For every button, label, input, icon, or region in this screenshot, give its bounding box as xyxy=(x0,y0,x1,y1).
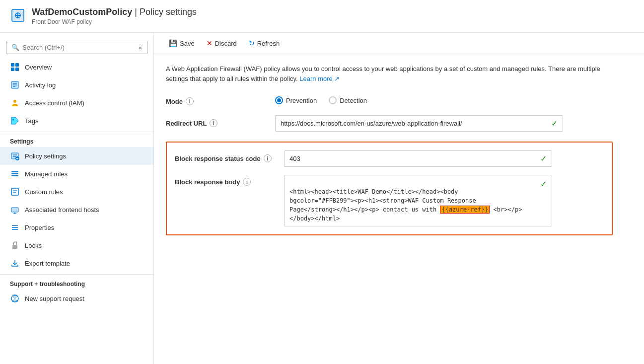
header-separator: | xyxy=(132,7,140,17)
save-icon: 💾 xyxy=(169,39,177,47)
iam-label: Access control (IAM) xyxy=(25,99,84,107)
custom-rules-label: Custom rules xyxy=(25,188,63,196)
locks-label: Locks xyxy=(25,242,42,249)
sidebar-item-locks[interactable]: Locks xyxy=(0,236,153,254)
activity-log-icon xyxy=(10,80,20,90)
discard-label: Discard xyxy=(215,40,237,47)
support-label: New support request xyxy=(25,295,84,302)
svg-rect-22 xyxy=(11,208,18,212)
managed-rules-icon xyxy=(10,169,20,179)
support-section-header: Support + troubleshooting xyxy=(0,274,153,290)
prevention-radio-circle xyxy=(275,96,283,104)
save-button[interactable]: 💾 Save xyxy=(164,37,200,50)
refresh-label: Refresh xyxy=(257,40,280,47)
svg-rect-2 xyxy=(11,63,14,67)
settings-section-header: Settings xyxy=(0,132,153,147)
detection-radio[interactable]: Detection xyxy=(329,96,367,104)
redirect-url-check-icon: ✓ xyxy=(551,119,558,128)
save-label: Save xyxy=(180,40,195,47)
properties-label: Properties xyxy=(25,224,54,231)
associated-frontend-label: Associated frontend hosts xyxy=(25,206,99,214)
detection-radio-circle xyxy=(329,96,337,104)
mode-label: Mode xyxy=(166,98,183,105)
refresh-button[interactable]: ↻ Refresh xyxy=(244,37,285,50)
sidebar-item-managed-rules[interactable]: Managed rules xyxy=(0,165,153,183)
associated-frontend-icon xyxy=(10,205,20,215)
learn-more-link[interactable]: Learn more ↗ xyxy=(299,75,340,82)
prevention-label: Prevention xyxy=(286,97,317,104)
sidebar-item-iam[interactable]: Access control (IAM) xyxy=(0,94,153,112)
svg-rect-3 xyxy=(15,63,19,67)
header-page-name: Policy settings xyxy=(140,7,197,17)
collapse-icon[interactable]: « xyxy=(139,44,142,51)
svg-rect-18 xyxy=(11,175,18,176)
detection-label: Detection xyxy=(340,97,367,104)
svg-rect-19 xyxy=(11,188,18,195)
svg-rect-4 xyxy=(11,68,14,71)
block-body-display: <html><head><title>WAF Demo</title></hea… xyxy=(289,178,536,223)
description-text: A Web Application Firewall (WAF) policy … xyxy=(166,64,613,83)
sidebar-item-associated-frontend[interactable]: Associated frontend hosts xyxy=(0,201,153,218)
custom-rules-icon xyxy=(10,187,20,197)
properties-icon xyxy=(10,222,20,232)
block-status-check-icon: ✓ xyxy=(540,154,547,163)
block-body-info-icon[interactable]: i xyxy=(243,178,251,186)
support-icon xyxy=(10,293,20,303)
refresh-icon: ↻ xyxy=(249,39,255,47)
search-icon: 🔍 xyxy=(11,44,19,51)
managed-rules-label: Managed rules xyxy=(25,170,68,178)
sidebar-item-export[interactable]: Export template xyxy=(0,254,153,272)
block-body-check-icon: ✓ xyxy=(540,178,547,189)
sidebar-item-policy-settings[interactable]: Policy settings xyxy=(0,147,153,165)
policy-settings-icon xyxy=(10,151,20,161)
sidebar-item-support[interactable]: New support request xyxy=(0,290,153,307)
export-icon xyxy=(10,258,20,268)
export-label: Export template xyxy=(25,260,70,267)
svg-point-10 xyxy=(13,100,16,103)
tags-label: Tags xyxy=(25,117,38,125)
header-resource-name: WafDemoCustomPolicy xyxy=(32,7,132,17)
block-status-input[interactable] xyxy=(289,155,540,162)
mode-info-icon[interactable]: i xyxy=(186,97,194,105)
search-input[interactable] xyxy=(22,44,112,51)
block-status-info-icon[interactable]: i xyxy=(264,154,272,162)
svg-point-11 xyxy=(12,119,14,121)
svg-rect-16 xyxy=(11,171,18,172)
header-icon xyxy=(10,7,26,25)
locks-icon xyxy=(10,240,20,250)
sidebar-item-tags[interactable]: Tags xyxy=(0,112,153,130)
redirect-url-info-icon[interactable]: i xyxy=(210,119,217,127)
prevention-radio[interactable]: Prevention xyxy=(275,96,317,104)
svg-rect-17 xyxy=(11,173,18,174)
sidebar-item-properties[interactable]: Properties xyxy=(0,218,153,236)
tags-icon xyxy=(10,116,20,126)
sidebar-item-custom-rules[interactable]: Custom rules xyxy=(0,183,153,201)
svg-rect-5 xyxy=(15,68,19,71)
iam-icon xyxy=(10,98,20,108)
block-status-label: Block response status code xyxy=(175,155,261,162)
svg-point-31 xyxy=(14,296,16,298)
discard-icon: ✕ xyxy=(207,39,213,47)
sidebar-item-activity-log[interactable]: Activity log xyxy=(0,76,153,94)
policy-settings-label: Policy settings xyxy=(25,152,66,160)
redirect-url-input[interactable] xyxy=(281,120,551,127)
header-subtitle: Front Door WAF policy xyxy=(32,18,197,25)
sidebar-item-overview[interactable]: Overview xyxy=(0,58,153,76)
overview-label: Overview xyxy=(25,64,52,71)
discard-button[interactable]: ✕ Discard xyxy=(202,37,242,50)
overview-icon xyxy=(10,62,20,72)
activity-log-label: Activity log xyxy=(25,81,56,89)
redirect-url-label: Redirect URL xyxy=(166,120,207,127)
block-body-label: Block response body xyxy=(175,178,240,186)
svg-rect-28 xyxy=(12,245,17,249)
